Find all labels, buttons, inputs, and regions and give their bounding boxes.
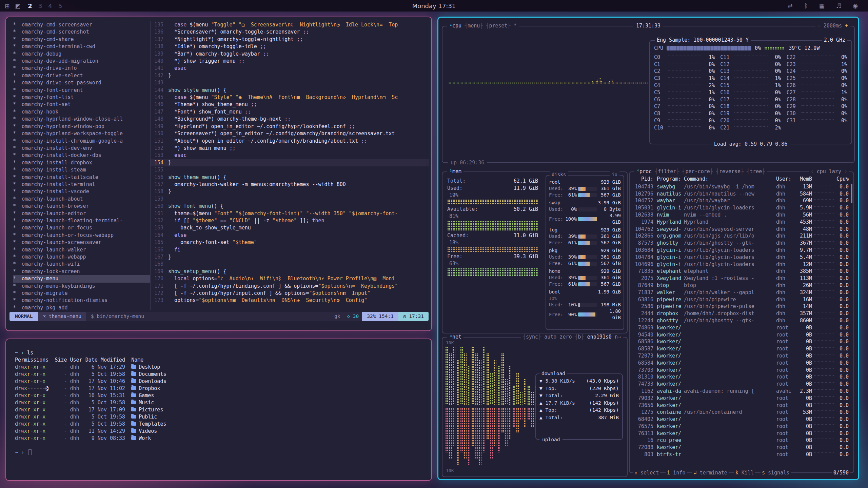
file-list-item[interactable]: *omarchy-menu bbox=[13, 275, 150, 282]
keyboard-layout-icon[interactable]: ▦ bbox=[819, 2, 825, 9]
file-list-item[interactable]: *omarchy-font-current bbox=[13, 87, 150, 94]
net-sync-button[interactable]: sync bbox=[526, 334, 538, 340]
system-monitor-window[interactable]: ¹cpu ┤menu├ ┤preset├ * 17:31:33 - 2000ms… bbox=[437, 17, 859, 480]
process-row[interactable]: 102866org.gnom/usr/bin/gjs /usr/lib/odhh… bbox=[632, 232, 849, 240]
process-row[interactable]: 1275containe/usr/bin/containerdroot53M0.… bbox=[632, 409, 849, 416]
process-row[interactable]: 94540kworker/ root0B0.0 bbox=[632, 331, 849, 339]
process-row[interactable]: 73656kworker/ root0B0.0 bbox=[632, 402, 849, 409]
proc-tree-button[interactable]: tree bbox=[750, 168, 762, 175]
net-auto-button[interactable]: auto bbox=[544, 334, 556, 340]
proc-key-info[interactable]: i info bbox=[666, 469, 687, 476]
preset-button[interactable]: preset bbox=[489, 22, 507, 29]
file-list-item[interactable]: *omarchy-launch-webapp bbox=[13, 253, 150, 261]
process-row[interactable]: 2586pipewire/usr/bin/pipewire-pulsedhh14… bbox=[632, 303, 849, 310]
process-row[interactable]: 73703kworker/ root0B0.0 bbox=[632, 367, 849, 374]
process-row[interactable]: 104696glycin-i/usr/lib/glycin-loadersdhh… bbox=[632, 261, 849, 268]
process-row[interactable]: 102638nvimnvim --embed .dhh56M0.0 bbox=[632, 211, 849, 219]
file-list-item[interactable]: *omarchy-launch-walker bbox=[13, 246, 150, 253]
process-row[interactable]: 12244ghostty/usr/bin/ghostty --gtk-dhh86… bbox=[632, 317, 849, 324]
proc-key-select[interactable]: ↕ select bbox=[633, 469, 660, 476]
process-row[interactable]: 74869kworker/ root0B0.0 bbox=[632, 324, 849, 331]
file-list-item[interactable]: *omarchy-drive-set-password bbox=[13, 79, 150, 86]
file-list-item[interactable]: *omarchy-hyprland-workspace-toggle bbox=[13, 130, 150, 137]
process-row[interactable]: 2444dropbox/home/dhh/.dropbox-distdhh357… bbox=[632, 310, 849, 317]
file-list-item[interactable]: *omarchy-cmd-screenshot bbox=[13, 28, 150, 36]
menu-button[interactable]: menu bbox=[468, 22, 480, 29]
process-row[interactable]: 79032kworker/ root0B0.0 bbox=[632, 395, 849, 402]
process-row[interactable]: 76313kworker/ root0B0.0 bbox=[632, 430, 849, 437]
file-list-item[interactable]: *omarchy-launch-floating-terminal- bbox=[13, 217, 150, 224]
file-list-item[interactable]: *omarchy-launch-or-focus-webapp bbox=[13, 232, 150, 239]
proc-col-header[interactable]: Program: bbox=[653, 176, 684, 183]
process-row[interactable]: 1162avahi-daavahi-daemon: running [avahi… bbox=[632, 388, 849, 395]
file-list-item[interactable]: *omarchy-debug bbox=[13, 50, 150, 58]
proc-key-terminate[interactable]: ↲ terminate bbox=[692, 469, 728, 476]
file-list-item[interactable]: *omarchy-cmd-screensaver bbox=[13, 21, 150, 28]
proc-filter-button[interactable]: filter bbox=[658, 168, 676, 175]
proc-col-header[interactable]: Command: bbox=[684, 176, 776, 183]
file-list-item[interactable]: *omarchy-dev-add-migration bbox=[13, 58, 150, 65]
process-row[interactable]: 102796nautilus/usr/bin/nautilus --newdhh… bbox=[632, 190, 849, 198]
process-row[interactable]: 105031glycin-i/usr/lib/glycin-loadersdhh… bbox=[632, 204, 849, 211]
process-row[interactable]: 1974HyprlandHyprlanddhh453M0.0 bbox=[632, 219, 849, 226]
file-list-item[interactable]: *omarchy-font-set bbox=[13, 101, 150, 108]
network-arrows-icon[interactable]: ⇄ bbox=[788, 2, 792, 9]
file-list-item[interactable]: *omarchy-cmd-terminal-cwd bbox=[13, 43, 150, 50]
workspace-3[interactable]: 3 bbox=[38, 2, 42, 9]
file-list-item[interactable]: *omarchy-hook bbox=[13, 108, 150, 116]
file-list-item[interactable]: *omarchy-lock-screen bbox=[13, 268, 150, 275]
file-list-item[interactable]: *omarchy-hyprland-window-pop bbox=[13, 123, 150, 130]
proc-col-header[interactable]: Cpu% bbox=[836, 176, 849, 183]
process-row[interactable]: 104752waybar/usr/bin/waybardhh69M0.0 bbox=[632, 197, 849, 204]
process-row[interactable]: 104762swayosd-/usr/bin/swayosd-serverdhh… bbox=[632, 226, 849, 233]
file-list-item[interactable]: *omarchy-drive-info bbox=[13, 65, 150, 72]
process-row[interactable]: 803btrfs-tr root0B0.0 bbox=[632, 451, 849, 458]
file-list-item[interactable]: *omarchy-install-steam bbox=[13, 166, 150, 174]
process-row[interactable]: 71835elephantelephantdhh385M0.0 bbox=[632, 268, 849, 275]
interval-minus[interactable]: - bbox=[817, 23, 821, 29]
file-list-item[interactable]: *omarchy-install-dev-env bbox=[13, 145, 150, 152]
file-list-item[interactable]: *omarchy-install-terminal bbox=[13, 181, 150, 188]
proc-col-header[interactable]: User: bbox=[776, 176, 795, 183]
file-list-item[interactable]: *omarchy-drive-select bbox=[13, 72, 150, 79]
file-list-item[interactable]: *omarchy-launch-about bbox=[13, 196, 150, 203]
process-row[interactable]: 103684glycin-i/usr/lib/glycin-loadersdhh… bbox=[632, 247, 849, 254]
file-list-item[interactable]: *omarchy-notification-dismiss bbox=[13, 297, 150, 304]
process-row[interactable]: 16rcu_pree root0B0.0 bbox=[632, 437, 849, 444]
file-list-item[interactable]: *omarchy-install-chromium-google-a bbox=[13, 138, 150, 145]
net-zero-button[interactable]: zero bbox=[559, 334, 572, 340]
io-mode-button[interactable]: io bbox=[610, 171, 619, 178]
file-list-item[interactable]: *omarchy-pkg-add bbox=[13, 304, 150, 310]
file-list-item[interactable]: *omarchy-launch-or-focus bbox=[13, 224, 150, 231]
process-row[interactable]: 63816pipewire/usr/bin/pipewiredhh16M0.0 bbox=[632, 296, 849, 303]
process-row[interactable]: 81310kworker/ root0B0.0 bbox=[632, 373, 849, 381]
file-list-item[interactable]: *omarchy-install-docker-dbs bbox=[13, 152, 150, 159]
process-row[interactable]: 76575kworker/ root0B0.0 bbox=[632, 423, 849, 430]
proc-reverse-button[interactable]: reverse bbox=[719, 168, 741, 175]
file-list-item[interactable]: *omarchy-hyprland-window-close-all bbox=[13, 116, 150, 123]
process-row[interactable]: 74733kworker/ root0B0.0 bbox=[632, 381, 849, 388]
process-row[interactable]: 87649btopbtopdhh26M0.0 bbox=[632, 282, 849, 289]
power-icon[interactable]: ◉ bbox=[853, 2, 858, 9]
interval-plus[interactable]: + bbox=[845, 23, 848, 29]
file-list-item[interactable]: *omarchy-launch-browser bbox=[13, 203, 150, 210]
file-list-item[interactable]: *omarchy-font-list bbox=[13, 94, 150, 101]
workspace-2[interactable]: 2 bbox=[28, 2, 32, 9]
file-list-item[interactable]: *omarchy-launch-wifi bbox=[13, 261, 150, 268]
proc-col-header[interactable]: MemB bbox=[795, 176, 812, 183]
process-row[interactable]: 104743swaybg/usr/bin/swaybg -i /homdhh13… bbox=[632, 183, 849, 190]
file-list-item[interactable]: *omarchy-install-tailscale bbox=[13, 174, 150, 181]
file-list-item[interactable]: *omarchy-menu-keybindings bbox=[13, 283, 150, 290]
process-row[interactable]: 68402kworker/ root0B0.0 bbox=[632, 416, 849, 423]
bluetooth-icon[interactable]: ᛒ bbox=[804, 2, 808, 9]
terminal-window[interactable]: ~ › lsPermissions Size User Date Modifie… bbox=[5, 339, 432, 481]
process-row[interactable]: 68584kworker/ root0B0.0 bbox=[632, 360, 849, 367]
file-list-item[interactable]: *omarchy-install-vscode bbox=[13, 188, 150, 195]
layout-icon[interactable]: ⊞ bbox=[5, 3, 9, 9]
file-list-item[interactable]: *omarchy-launch-editor bbox=[13, 210, 150, 217]
window-icon[interactable]: ◩ bbox=[15, 3, 20, 9]
volume-icon[interactable]: ♬ bbox=[836, 2, 841, 9]
process-row[interactable]: 72073kworker/ root0B0.0 bbox=[632, 352, 849, 360]
process-scrollbar[interactable] bbox=[851, 184, 852, 203]
file-list-item[interactable]: *omarchy-install-dropbox bbox=[13, 159, 150, 166]
